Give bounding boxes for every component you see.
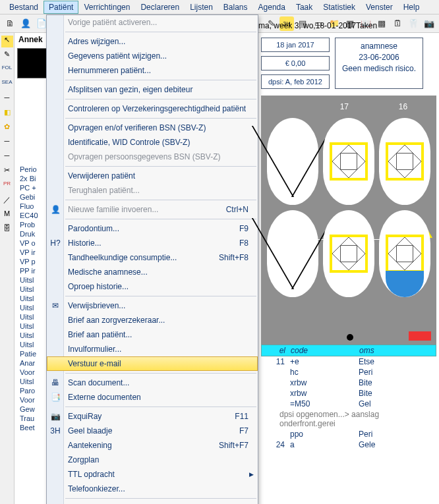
calendar-icon[interactable]: 🗓 [390,16,405,31]
visit-date-card[interactable]: 18 jan 2017 [261,38,330,52]
table-row[interactable]: 24aGele [261,439,436,450]
menu-lijsten[interactable]: Lijsten [185,1,218,14]
divider: ─ [1,94,13,105]
scissors-icon[interactable]: ✂ [1,166,13,178]
m-icon[interactable]: М [1,210,13,221]
menu-venster[interactable]: Venster [361,1,398,14]
menu-item[interactable]: Brief aan patiënt... [47,327,258,342]
table-row[interactable]: 11+eEtse [261,356,436,367]
menu-item[interactable]: Oproep historie... [47,279,258,294]
menu-shortcut: F11 [235,412,249,421]
dpsi-card[interactable]: dpsi: A, feb 2012 [261,74,330,89]
tooth-slot[interactable] [379,118,430,205]
week-day-label: ma, week 3, wo, [258,21,316,30]
menu-item: Terughalen patiënt... [47,183,258,198]
menu-item[interactable]: Adres wijzigen... [47,34,258,49]
tooth-slot[interactable] [323,210,374,297]
menu-item-icon: H? [49,238,61,248]
menu-separator [65,498,256,499]
menu-declareren[interactable]: Declareren [135,1,185,14]
yellow-square-icon[interactable]: ◧ [1,108,13,120]
anamnese-title: anamnese [342,41,416,52]
table-row[interactable]: xrbwBite [261,378,436,388]
menu-item[interactable]: Verwijderen patiënt [47,169,258,183]
menu-separator [65,373,256,374]
cursor-icon[interactable]: ↖ [1,36,13,47]
menu-item[interactable]: Identificatie, WID Controle (SBV-Z) [47,135,258,150]
fol-label[interactable]: FOL [1,65,13,76]
slash-icon[interactable]: ／ [1,195,13,207]
black-dot-icon [347,334,353,341]
sea-label[interactable]: SEA [1,79,13,91]
menu-item: Nieuwe familie invoeren...👤Ctrl+N [47,202,258,217]
table-row[interactable]: ppoPeri [261,429,436,439]
menu-item[interactable]: Geel blaadje3HF7 [47,424,258,438]
menu-item[interactable]: Gegevens patiënt wijzigen... [47,49,258,63]
menu-item-icon: 🖶 [49,378,61,387]
db-icon[interactable]: 🗄 [1,224,13,236]
menu-item[interactable]: Zorgplan [47,453,258,467]
anamnese-date: 23-06-2006 [342,52,416,63]
pr-label[interactable]: PR [1,181,13,192]
menu-item-icon: 📑 [49,393,61,402]
menu-item[interactable]: Tandheelkundige consumptie...Shift+F8 [47,250,258,265]
menu-item[interactable]: Externe documenten📑 [47,390,258,405]
camera-icon[interactable]: 📷 [422,16,436,31]
menu-item[interactable]: Parodontium...F9 [47,221,258,236]
menu-item[interactable]: Invulformulier... [47,342,258,356]
tooth-slot[interactable] [323,118,374,205]
line-icon[interactable]: ─ [1,137,13,149]
tooth-icon[interactable]: 🦷 [406,16,421,31]
new-doc-icon[interactable]: 🗎 [3,16,17,31]
menu-agenda[interactable]: Agenda [253,1,291,14]
menu-item[interactable]: Afsplitsen van gezin, eigen debiteur [47,82,258,97]
patient-photo-placeholder [17,48,47,78]
taken-button[interactable]: Taken [356,21,377,30]
tooth-slot[interactable] [379,210,430,297]
table-header: el code oms [261,345,436,356]
menu-item[interactable]: AantekeningShift+F7 [47,438,258,453]
menu-help[interactable]: Help [398,1,425,14]
menu-item[interactable]: Controleren op Verzekeringsgerechtigdhei… [47,101,258,116]
amount-card[interactable]: € 0,00 [261,56,330,70]
table-row[interactable]: =M50Gel [261,399,436,409]
tooth-slot[interactable] [267,118,318,205]
menu-statistiek[interactable]: Statistiek [318,1,361,14]
anamnese-note: Geen medisch risico. [342,63,416,74]
tooth-num: 17 [340,102,349,111]
wand-icon[interactable]: ✎ [1,50,13,62]
table-row[interactable]: hcPeri [261,367,436,378]
gear-yellow-icon[interactable]: ✿ [1,123,13,134]
menu-taak[interactable]: Taak [291,1,318,14]
menu-shortcut: Shift+F8 [219,253,249,262]
menu-item[interactable]: Scan document...🖶 [47,376,258,390]
menu-separator [65,406,256,407]
menu-verrichtingen[interactable]: Verrichtingen [78,1,135,14]
menu-item[interactable]: Telefoonkiezer... [47,482,258,496]
menu-item[interactable]: Verstuur E-mail aan patiënt [47,501,258,504]
menu-item[interactable]: Verstuur e-mail [47,356,258,371]
menu-separator [65,32,256,32]
table-row[interactable]: dpsi opgenomen...> aanslag onderfront.ge… [261,409,436,429]
menu-separator [65,219,256,219]
menu-item[interactable]: Medische anamnese... [47,265,258,279]
menu-shortcut: F8 [239,238,249,248]
person-icon[interactable]: 👤 [18,16,33,31]
table-row[interactable]: xrbwBite [261,388,436,399]
menu-balans[interactable]: Balans [218,1,253,14]
menu-item[interactable]: Opvragen en/of verifieren BSN (SBV-Z) [47,121,258,135]
menu-item[interactable]: Verwijsbrieven...✉ [47,298,258,313]
right-pane: 18 jan 2017 € 0,00 dpsi: A, feb 2012 ana… [258,34,439,504]
tooth-slot[interactable] [267,210,318,297]
menu-item[interactable]: Hernummeren patiënt... [47,63,258,78]
menu-item[interactable]: ExquiRay📷F11 [47,409,258,424]
menu-bestand[interactable]: Bestand [4,1,44,14]
menu-item[interactable]: TTL opdracht▶ [47,467,258,482]
menu-shortcut: F7 [239,426,249,435]
date-field[interactable]: 18-01-2017 [316,21,356,30]
anamnese-card[interactable]: anamnese 23-06-2006 Geen medisch risico. [335,38,423,89]
menu-patiënt[interactable]: Patiënt [44,1,78,14]
menu-item[interactable]: Historie...H?F8 [47,236,258,250]
menu-item-icon: ✉ [49,301,61,310]
menu-item[interactable]: Brief aan zorgverzekeraar... [47,313,258,327]
